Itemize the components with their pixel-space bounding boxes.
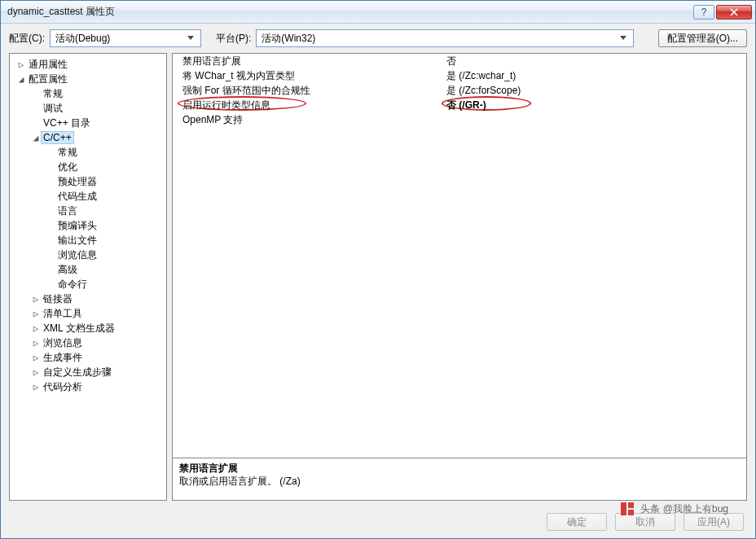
config-value: 活动(Debug) [55, 32, 110, 46]
chevron-down-icon [617, 36, 630, 41]
property-value[interactable]: 是 (/Zc:forScope) [443, 84, 746, 98]
property-grid[interactable]: 禁用语言扩展否将 WChar_t 视为内置类型是 (/Zc:wchar_t)强制… [172, 53, 747, 458]
tree-item-label: 自定义生成步骤 [41, 366, 114, 379]
tree-item[interactable]: 调试 [10, 101, 166, 116]
property-row[interactable]: 强制 For 循环范围中的合规性是 (/Zc:forScope) [173, 83, 746, 98]
content-column: 禁用语言扩展否将 WChar_t 视为内置类型是 (/Zc:wchar_t)强制… [172, 53, 747, 501]
description-body: 取消或启用语言扩展。 (/Za) [179, 475, 740, 488]
tree-item-label: 高级 [55, 263, 80, 277]
property-value[interactable]: 否 (/GR-) [443, 99, 746, 112]
cancel-button[interactable]: 取消 [615, 513, 675, 531]
config-manager-button[interactable]: 配置管理器(O)... [658, 29, 747, 47]
platform-value: 活动(Win32) [262, 32, 315, 46]
tree-item[interactable]: 预处理器 [10, 174, 166, 189]
property-name: 强制 For 循环范围中的合规性 [173, 84, 443, 98]
description-title: 禁用语言扩展 [179, 462, 740, 475]
tree-expander-icon[interactable]: ▷ [31, 294, 41, 305]
property-name: 将 WChar_t 视为内置类型 [173, 69, 443, 83]
toolbar: 配置(C): 活动(Debug) 平台(P): 活动(Win32) 配置管理器(… [1, 24, 755, 53]
tree-item-label: 常规 [55, 146, 80, 160]
window-controls: ? [693, 5, 752, 20]
tree-item[interactable]: 代码生成 [10, 189, 166, 204]
tree-item-label: 调试 [41, 102, 65, 116]
property-row[interactable]: OpenMP 支持 [173, 112, 746, 127]
tree-item-label: 预编译头 [55, 219, 99, 233]
tree-expander-icon[interactable]: ▷ [16, 59, 26, 70]
tree-item-label: 常规 [41, 87, 65, 101]
platform-label: 平台(P): [216, 32, 251, 46]
tree-item[interactable]: 命令行 [10, 277, 166, 291]
tree-item[interactable]: 输出文件 [10, 233, 166, 248]
tree-item[interactable]: ▷清单工具 [10, 306, 166, 321]
main-area: ▷通用属性◢配置属性常规调试VC++ 目录◢C/C++常规优化预处理器代码生成语… [1, 53, 755, 506]
property-row[interactable]: 将 WChar_t 视为内置类型是 (/Zc:wchar_t) [173, 68, 746, 83]
property-value[interactable]: 是 (/Zc:wchar_t) [443, 69, 746, 83]
dialog-window: dynamic_casttest 属性页 ? 配置(C): 活动(Debug) … [0, 0, 756, 539]
tree-item[interactable]: 高级 [10, 262, 166, 277]
tree-item[interactable]: ▷浏览信息 [10, 335, 166, 350]
tree-item[interactable]: 浏览信息 [10, 248, 166, 262]
tree-item-label: 代码生成 [55, 190, 99, 204]
config-combo[interactable]: 活动(Debug) [50, 29, 201, 47]
tree-item-label: 输出文件 [55, 234, 99, 248]
question-icon: ? [700, 8, 708, 16]
tree-expander-icon[interactable]: ▷ [31, 382, 41, 392]
property-name: OpenMP 支持 [173, 113, 443, 127]
titlebar: dynamic_casttest 属性页 ? [1, 1, 755, 24]
tree-item-label: 配置属性 [26, 72, 70, 86]
tree-item-label: 优化 [55, 160, 80, 174]
tree-item-label: 通用属性 [26, 58, 70, 72]
tree-item-label: 链接器 [41, 292, 75, 306]
config-label: 配置(C): [9, 32, 45, 46]
tree-expander-icon[interactable]: ▷ [31, 367, 41, 378]
tree-item-label: 生成事件 [41, 351, 85, 365]
tree-item-label: C/C++ [41, 131, 74, 144]
tree-expander-icon[interactable]: ▷ [31, 323, 41, 334]
property-value[interactable]: 否 [443, 55, 746, 68]
tree-expander-icon[interactable]: ▷ [31, 338, 41, 348]
tree-item[interactable]: 优化 [10, 160, 166, 174]
tree-item-label: 浏览信息 [41, 336, 85, 350]
tree-item-label: 清单工具 [41, 307, 85, 321]
tree-item[interactable]: ▷链接器 [10, 291, 166, 306]
tree-item[interactable]: 语言 [10, 204, 166, 218]
property-row[interactable]: 启用运行时类型信息否 (/GR-) [173, 98, 746, 112]
platform-combo[interactable]: 活动(Win32) [256, 29, 634, 47]
tree-item-label: VC++ 目录 [41, 116, 93, 130]
tree-item-label: 命令行 [55, 278, 90, 291]
tree-expander-icon[interactable]: ▷ [31, 353, 41, 363]
tree-item[interactable]: ◢配置属性 [10, 72, 166, 86]
tree-item[interactable]: VC++ 目录 [10, 116, 166, 130]
tree-item[interactable]: ▷XML 文档生成器 [10, 321, 166, 335]
apply-button[interactable]: 应用(A) [683, 513, 744, 531]
footer: 确定 取消 应用(A) [1, 506, 755, 538]
tree-expander-icon[interactable]: ◢ [16, 74, 26, 85]
tree-item[interactable]: ◢C/C++ [10, 130, 166, 145]
tree-item[interactable]: ▷通用属性 [10, 57, 166, 72]
tree-item[interactable]: ▷自定义生成步骤 [10, 365, 166, 379]
tree-item[interactable]: ▷代码分析 [10, 379, 166, 394]
tree-item[interactable]: ▷生成事件 [10, 350, 166, 365]
close-icon [730, 8, 738, 16]
property-row[interactable]: 禁用语言扩展否 [173, 54, 746, 68]
ok-button[interactable]: 确定 [547, 513, 607, 531]
property-name: 禁用语言扩展 [173, 55, 443, 68]
tree-item-label: 代码分析 [41, 380, 85, 394]
tree-item[interactable]: 常规 [10, 86, 166, 101]
window-title: dynamic_casttest 属性页 [7, 5, 693, 19]
tree-item-label: 预处理器 [55, 175, 99, 189]
tree-item[interactable]: 预编译头 [10, 218, 166, 233]
chevron-down-icon [184, 36, 197, 41]
description-panel: 禁用语言扩展 取消或启用语言扩展。 (/Za) [172, 458, 747, 501]
tree-expander-icon[interactable]: ▷ [31, 309, 41, 319]
nav-tree[interactable]: ▷通用属性◢配置属性常规调试VC++ 目录◢C/C++常规优化预处理器代码生成语… [9, 53, 167, 501]
tree-item-label: 语言 [55, 204, 80, 218]
property-name: 启用运行时类型信息 [173, 99, 443, 112]
svg-text:?: ? [701, 8, 707, 16]
tree-item-label: 浏览信息 [55, 248, 99, 262]
help-button[interactable]: ? [693, 5, 714, 20]
tree-item[interactable]: 常规 [10, 145, 166, 160]
close-button[interactable] [716, 5, 752, 20]
tree-item-label: XML 文档生成器 [41, 322, 117, 335]
tree-expander-icon[interactable]: ◢ [31, 133, 41, 143]
